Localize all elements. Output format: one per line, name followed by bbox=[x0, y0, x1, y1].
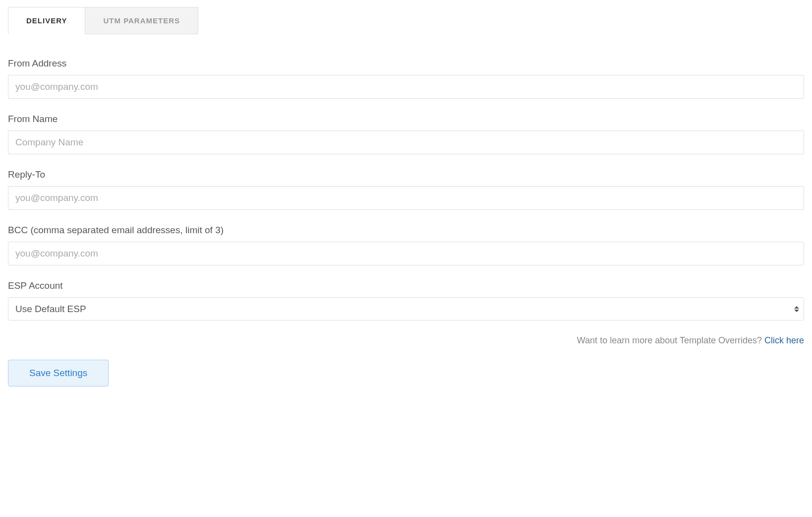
esp-account-label: ESP Account bbox=[8, 280, 804, 291]
reply-to-group: Reply-To bbox=[8, 169, 804, 210]
from-name-group: From Name bbox=[8, 114, 804, 154]
esp-account-select-wrapper: Use Default ESP bbox=[8, 297, 804, 321]
esp-account-select[interactable]: Use Default ESP bbox=[8, 297, 804, 321]
tab-delivery[interactable]: DELIVERY bbox=[8, 7, 85, 34]
from-name-label: From Name bbox=[8, 114, 804, 125]
from-name-input[interactable] bbox=[8, 130, 804, 154]
esp-account-group: ESP Account Use Default ESP bbox=[8, 280, 804, 321]
reply-to-input[interactable] bbox=[8, 186, 804, 210]
tabs: DELIVERY UTM PARAMETERS bbox=[8, 7, 804, 34]
from-address-group: From Address bbox=[8, 58, 804, 99]
help-text: Want to learn more about Template Overri… bbox=[8, 335, 804, 346]
save-settings-button[interactable]: Save Settings bbox=[8, 360, 109, 387]
from-address-label: From Address bbox=[8, 58, 804, 69]
bcc-input[interactable] bbox=[8, 242, 804, 265]
tab-utm-parameters[interactable]: UTM PARAMETERS bbox=[85, 7, 198, 34]
reply-to-label: Reply-To bbox=[8, 169, 804, 180]
bcc-group: BCC (comma separated email addresses, li… bbox=[8, 225, 804, 265]
bcc-label: BCC (comma separated email addresses, li… bbox=[8, 225, 804, 236]
from-address-input[interactable] bbox=[8, 75, 804, 99]
help-link[interactable]: Click here bbox=[764, 335, 804, 345]
help-text-label: Want to learn more about Template Overri… bbox=[577, 335, 764, 345]
